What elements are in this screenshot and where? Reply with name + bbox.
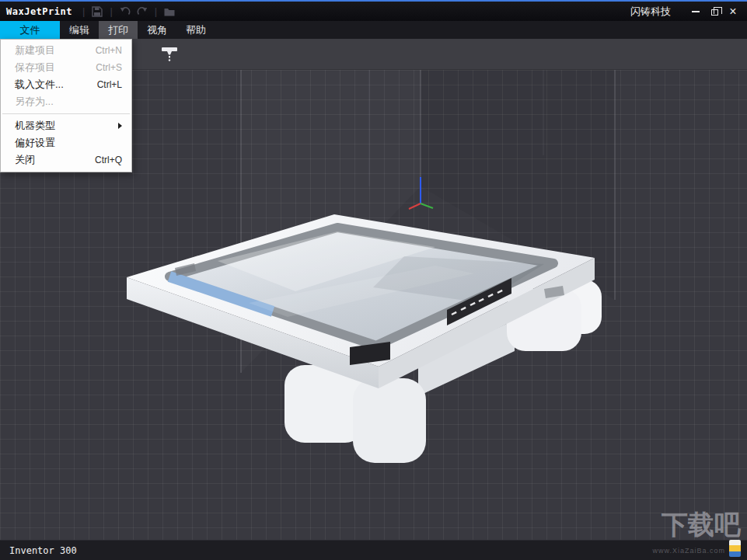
menu-separator [2, 113, 130, 114]
menu-item-shortcut: Ctrl+S [96, 62, 122, 73]
application-window: WaxJetPrint | | | [0, 0, 747, 560]
close-button[interactable]: × [724, 4, 742, 19]
file-menu-item-close[interactable]: 关闭 Ctrl+Q [1, 151, 131, 169]
redo-icon[interactable] [134, 5, 151, 19]
menu-item-shortcut: Ctrl+L [97, 79, 122, 90]
menu-print[interactable]: 打印 [99, 21, 138, 39]
open-folder-icon[interactable] [161, 5, 178, 19]
restore-icon [711, 9, 718, 16]
menu-item-label: 偏好设置 [15, 136, 122, 150]
titlebar: WaxJetPrint | | | [0, 0, 747, 21]
menu-item-label: 保存项目 [15, 61, 96, 75]
file-menu-item-load-file[interactable]: 载入文件... Ctrl+L [1, 76, 131, 93]
restore-button[interactable] [705, 4, 724, 19]
menu-item-label: 载入文件... [15, 78, 97, 92]
submenu-arrow-icon [118, 123, 122, 129]
menu-file[interactable]: 文件 [0, 21, 60, 39]
print-head-tool-button[interactable] [157, 43, 182, 66]
file-menu-item-preferences[interactable]: 偏好设置 [1, 134, 131, 151]
menu-item-label: 新建项目 [15, 43, 96, 57]
printer-icon [159, 44, 180, 64]
minimize-icon [692, 11, 700, 12]
save-icon[interactable] [89, 5, 106, 19]
minimize-button[interactable] [686, 4, 705, 19]
close-icon: × [729, 5, 736, 18]
file-menu-item-save-project[interactable]: 保存项目 Ctrl+S [1, 59, 131, 76]
menu-item-label: 机器类型 [15, 119, 113, 133]
menu-view[interactable]: 视角 [138, 21, 176, 39]
menu-item-label: 关闭 [15, 153, 95, 167]
menubar: 文件 编辑 打印 视角 帮助 [0, 21, 747, 39]
brand-label: 闪铸科技 [630, 5, 671, 19]
menu-item-shortcut: Ctrl+Q [95, 155, 122, 165]
menu-item-label: 另存为... [15, 95, 122, 109]
file-menu-dropdown: 新建项目 Ctrl+N 保存项目 Ctrl+S 载入文件... Ctrl+L 另… [0, 39, 132, 172]
file-menu-item-save-as[interactable]: 另存为... [1, 93, 131, 110]
statusbar: Inventor 300 [0, 540, 747, 560]
file-menu-item-machine-type[interactable]: 机器类型 [1, 117, 131, 134]
undo-icon[interactable] [117, 5, 134, 19]
machine-name-label: Inventor 300 [9, 545, 77, 556]
titlebar-separator: | [155, 5, 157, 17]
menu-item-shortcut: Ctrl+N [96, 45, 122, 56]
build-platform-model [127, 214, 602, 463]
app-title: WaxJetPrint [6, 6, 72, 17]
menu-help[interactable]: 帮助 [176, 21, 215, 39]
menu-edit[interactable]: 编辑 [60, 21, 99, 39]
titlebar-separator: | [82, 5, 85, 17]
titlebar-separator: | [110, 5, 112, 17]
file-menu-item-new-project[interactable]: 新建项目 Ctrl+N [1, 42, 131, 59]
